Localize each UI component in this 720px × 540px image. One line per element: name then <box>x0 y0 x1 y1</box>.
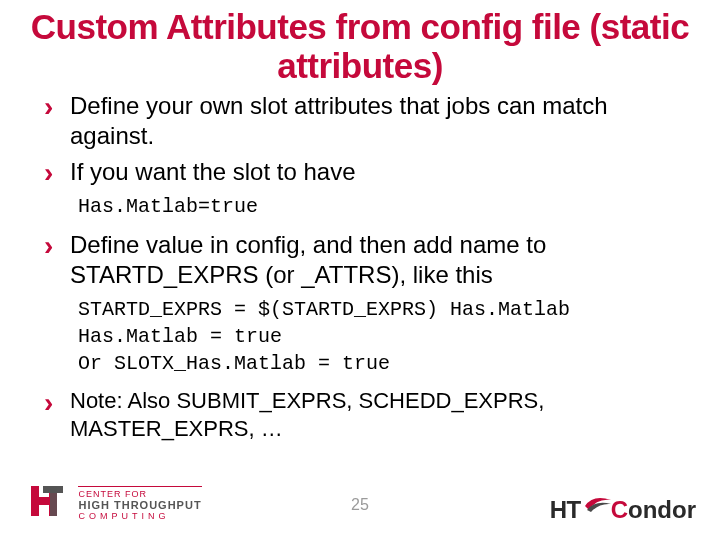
htc-logo-line1: CENTER FOR <box>78 489 201 499</box>
htcondor-swoosh-icon <box>583 492 613 518</box>
slide: Custom Attributes from config file (stat… <box>0 0 720 540</box>
bullet-item-1: Define your own slot attributes that job… <box>40 91 694 151</box>
htc-logo-mark <box>28 482 66 524</box>
svg-rect-0 <box>31 486 39 516</box>
bullet-list-3: Note: Also SUBMIT_EXPRS, SCHEDD_EXPRS, M… <box>40 387 694 442</box>
code-line: STARTD_EXPRS = $(STARTD_EXPRS) Has.Matla… <box>78 296 694 323</box>
svg-rect-1 <box>39 497 49 505</box>
code-block-2: STARTD_EXPRS = $(STARTD_EXPRS) Has.Matla… <box>40 296 694 377</box>
bullet-item-2: If you want the slot to have <box>40 157 694 187</box>
bullet-item-4: Note: Also SUBMIT_EXPRS, SCHEDD_EXPRS, M… <box>40 387 694 442</box>
htcondor-c: C <box>611 496 628 523</box>
slide-title: Custom Attributes from config file (stat… <box>0 0 720 91</box>
htcondor-logo: HTCondor <box>550 492 696 524</box>
bullet-item-3: Define value in config, and then add nam… <box>40 230 694 290</box>
svg-rect-4 <box>50 486 57 516</box>
code-line: Has.Matlab = true <box>78 323 694 350</box>
code-line: Or SLOTX_Has.Matlab = true <box>78 350 694 377</box>
code-block-1: Has.Matlab=true <box>40 193 694 220</box>
htc-logo: CENTER FOR HIGH THROUGHPUT COMPUTING <box>28 482 202 524</box>
htc-logo-text: CENTER FOR HIGH THROUGHPUT COMPUTING <box>78 486 201 521</box>
bullet-list: Define your own slot attributes that job… <box>40 91 694 187</box>
slide-content: Define your own slot attributes that job… <box>0 91 720 442</box>
htcondor-ht: HT <box>550 496 581 523</box>
slide-footer: 25 CENTER FOR HIGH THROUGHPUT COMPUTING … <box>0 466 720 530</box>
htc-logo-line3: COMPUTING <box>78 511 201 521</box>
bullet-list-2: Define value in config, and then add nam… <box>40 230 694 290</box>
htcondor-ondor: ondor <box>628 496 696 523</box>
htc-logo-line2: HIGH THROUGHPUT <box>78 499 201 511</box>
